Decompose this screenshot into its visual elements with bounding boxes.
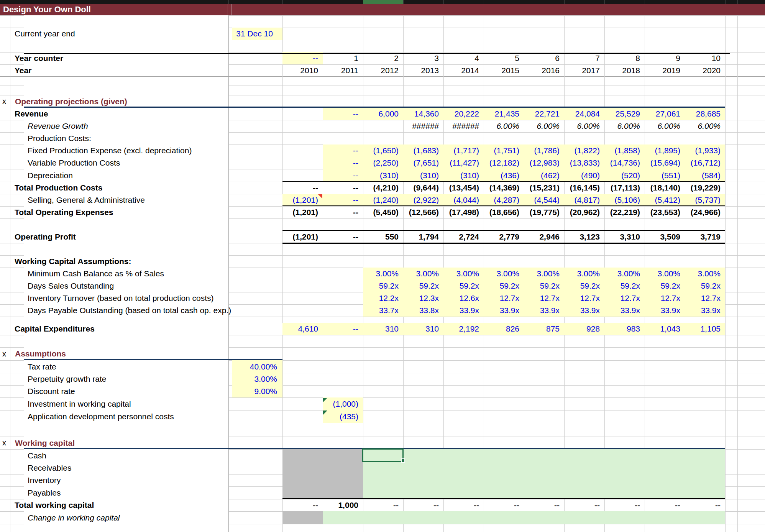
label-discount[interactable]: Discount rate — [28, 385, 75, 397]
cell-year-2015[interactable]: 2015 — [484, 64, 519, 77]
gridline-row[interactable] — [0, 292, 24, 292]
label-tax_rate[interactable]: Tax rate — [28, 360, 56, 373]
cell-operating_profit-2014[interactable]: 2,724 — [443, 231, 479, 243]
cell-revenue_growth-2014[interactable]: ###### — [443, 120, 479, 132]
label-dso[interactable]: Days Sales Outstanding — [28, 280, 114, 292]
gridline-row[interactable] — [228, 437, 765, 437]
formula-flag-icon[interactable] — [323, 410, 327, 415]
cell-variable_production-2011[interactable]: -- — [323, 157, 358, 169]
cell-variable_production-2018[interactable]: (14,736) — [604, 157, 640, 169]
cell-dso-2018[interactable]: 59.2x — [604, 280, 640, 292]
gridline-row[interactable] — [228, 15, 765, 16]
cell-total_opex-2011[interactable]: -- — [323, 206, 358, 218]
gridline-row[interactable] — [228, 423, 765, 423]
cell-min_cash-2015[interactable]: 3.00% — [484, 268, 519, 280]
cell-capex-2012[interactable]: 310 — [363, 323, 399, 335]
gridline-row[interactable] — [0, 335, 24, 335]
gridline-row[interactable] — [0, 15, 24, 16]
gridline-row[interactable] — [0, 373, 24, 373]
cell-fixed_production-2020[interactable]: (1,933) — [685, 144, 721, 157]
change-wc-green-band[interactable] — [323, 511, 725, 524]
gridline-row[interactable] — [228, 410, 765, 410]
cell-dpo-2019[interactable]: 33.9x — [645, 304, 680, 317]
cell-year_counter-2014[interactable]: 4 — [443, 52, 479, 64]
cell-total_production-2012[interactable]: (4,210) — [363, 182, 399, 194]
formula-flag-icon[interactable] — [323, 398, 327, 402]
cell-inventory_turnover-2019[interactable]: 12.7x — [645, 292, 680, 304]
cell-min_cash-2019[interactable]: 3.00% — [645, 268, 680, 280]
cell-fixed_production-2014[interactable]: (1,717) — [443, 144, 479, 157]
cell-depreciation-2019[interactable]: (551) — [645, 169, 680, 182]
gridline-col-double[interactable] — [232, 15, 232, 532]
gridline-row[interactable] — [0, 194, 24, 194]
gridline-row[interactable] — [0, 423, 24, 423]
cell-depreciation-2011[interactable]: -- — [323, 169, 358, 182]
gridline-col[interactable] — [10, 15, 10, 532]
cell-dpo-2017[interactable]: 33.9x — [564, 304, 600, 317]
cell-dso-2012[interactable]: 59.2x — [363, 280, 399, 292]
cell-total_opex-2015[interactable]: (18,656) — [484, 206, 519, 218]
cell-total_production-2016[interactable]: (15,231) — [524, 182, 560, 194]
gridline-col[interactable] — [24, 15, 24, 532]
cell-total_opex-2019[interactable]: (23,553) — [645, 206, 680, 218]
cell-fixed_production-2018[interactable]: (1,858) — [604, 144, 640, 157]
gridline-row[interactable] — [0, 243, 24, 243]
cell-operating_profit-2017[interactable]: 3,123 — [564, 231, 600, 243]
cell-operating_profit-2015[interactable]: 2,779 — [484, 231, 519, 243]
cell-total_opex-2017[interactable]: (20,962) — [564, 206, 600, 218]
cell-capex-2018[interactable]: 983 — [604, 323, 640, 335]
cell-sga-2013[interactable]: (2,922) — [403, 194, 439, 206]
cell-inventory_turnover-2014[interactable]: 12.6x — [443, 292, 479, 304]
cell-depreciation-2020[interactable]: (584) — [685, 169, 721, 182]
cell-inventory_turnover-2017[interactable]: 12.7x — [564, 292, 600, 304]
cell-year_counter-2011[interactable]: 1 — [323, 52, 358, 64]
label-investment_wc[interactable]: Investment in working capital — [28, 397, 131, 410]
cell-total_opex-2013[interactable]: (12,566) — [403, 206, 439, 218]
section-title-section_wc[interactable]: Working capital — [15, 437, 75, 449]
cell-total_production-2015[interactable]: (14,369) — [484, 182, 519, 194]
gridline-row[interactable] — [0, 40, 24, 40]
cell-total_wc-2019[interactable]: -- — [645, 499, 680, 511]
cell-operating_profit-2013[interactable]: 1,794 — [403, 231, 439, 243]
label-total_wc[interactable]: Total working capital — [15, 499, 94, 511]
label-dpo[interactable]: Days Payable Outstanding (based on total… — [28, 304, 231, 317]
section-collapse-marker[interactable]: x — [2, 437, 6, 449]
selected-cell-outline[interactable] — [362, 448, 404, 462]
section-collapse-marker[interactable]: x — [2, 347, 6, 360]
label-capex[interactable]: Capital Expenditures — [15, 323, 95, 335]
cell-revenue_growth-2016[interactable]: 6.00% — [524, 120, 560, 132]
cell-year_counter-2019[interactable]: 9 — [645, 52, 680, 64]
cell-year_counter-2010[interactable]: -- — [282, 52, 318, 64]
cell-variable_production-2017[interactable]: (13,833) — [564, 157, 600, 169]
cell-dso-2013[interactable]: 59.2x — [403, 280, 439, 292]
cell-sga-2016[interactable]: (4,544) — [524, 194, 560, 206]
working-capital-green-block[interactable] — [363, 449, 725, 499]
cell-revenue-2020[interactable]: 28,685 — [685, 108, 721, 120]
cell-revenue_growth-2015[interactable]: 6.00% — [484, 120, 519, 132]
gridline-row[interactable] — [0, 268, 24, 268]
label-inventory_turnover[interactable]: Inventory Turnover (based on total produ… — [28, 292, 214, 304]
label-sga[interactable]: Selling, General & Administrative — [28, 194, 145, 206]
cell-dpo-2020[interactable]: 33.9x — [685, 304, 721, 317]
label-wca_header[interactable]: Working Capital Assumptions: — [15, 255, 131, 268]
cell-sga-2019[interactable]: (5,412) — [645, 194, 680, 206]
label-total_production[interactable]: Total Production Costs — [15, 182, 102, 194]
cell-capex-2014[interactable]: 2,192 — [443, 323, 479, 335]
cell-year-2018[interactable]: 2018 — [604, 64, 640, 77]
gridline-row[interactable] — [228, 255, 765, 256]
cell-min_cash-2014[interactable]: 3.00% — [443, 268, 479, 280]
cell-dso-2017[interactable]: 59.2x — [564, 280, 600, 292]
cell-app_dev-2011[interactable]: (435) — [323, 410, 358, 423]
gridline-row[interactable] — [0, 132, 24, 133]
cell-inventory_turnover-2012[interactable]: 12.2x — [363, 292, 399, 304]
gridline-row[interactable] — [0, 462, 24, 462]
label-receivables[interactable]: Receivables — [28, 462, 71, 474]
label-depreciation[interactable]: Depreciation — [28, 169, 73, 182]
cell-capex-2013[interactable]: 310 — [403, 323, 439, 335]
cell-fixed_production-2012[interactable]: (1,650) — [363, 144, 399, 157]
cell-total_opex-2020[interactable]: (24,966) — [685, 206, 721, 218]
gridline-col[interactable] — [737, 15, 738, 532]
cell-fixed_production-2017[interactable]: (1,822) — [564, 144, 600, 157]
cell-investment_wc-2011[interactable]: (1,000) — [323, 397, 358, 410]
cell-operating_profit-2018[interactable]: 3,310 — [604, 231, 640, 243]
